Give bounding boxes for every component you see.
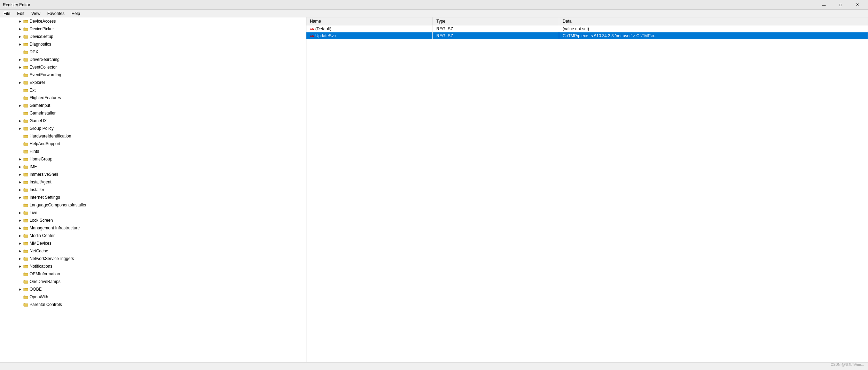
tree-item[interactable]: ▶ GameUX — [0, 117, 306, 125]
folder-icon — [23, 95, 29, 101]
menu-help[interactable]: Help — [68, 10, 84, 17]
tree-item[interactable]: Ext — [0, 86, 306, 94]
tree-item[interactable]: ▶ DeviceAccess — [0, 17, 306, 25]
tree-item[interactable]: ▶ IME — [0, 163, 306, 171]
expand-icon[interactable]: ▶ — [18, 256, 22, 261]
tree-item[interactable]: ▶ NetworkServiceTriggers — [0, 255, 306, 262]
cell-type: REG_SZ — [433, 25, 559, 33]
expand-icon[interactable]: ▶ — [18, 41, 22, 47]
folder-icon — [23, 34, 29, 39]
folder-icon — [23, 294, 29, 300]
table-row[interactable]: ab(Default)REG_SZ(value not set) — [306, 25, 868, 33]
expand-icon[interactable]: ▶ — [18, 218, 22, 223]
expand-icon[interactable]: ▶ — [18, 26, 22, 32]
expand-icon[interactable]: ▶ — [18, 103, 22, 108]
tree-item[interactable]: ▶ Notifications — [0, 262, 306, 270]
expand-icon[interactable]: ▶ — [18, 164, 22, 170]
tree-pane[interactable]: ▶ DeviceAccess▶ DevicePicker▶ DeviceSetu… — [0, 17, 306, 362]
expand-icon — [18, 95, 22, 101]
tree-item[interactable]: FlightedFeatures — [0, 94, 306, 102]
tree-label: GameInstaller — [30, 111, 56, 116]
tree-item[interactable]: ▶ Diagnostics — [0, 40, 306, 48]
folder-icon — [23, 72, 29, 78]
tree-item[interactable]: ▶ InstallAgent — [0, 178, 306, 186]
expand-icon[interactable]: ▶ — [18, 179, 22, 185]
reg-icon: ab — [310, 34, 314, 38]
tree-label: Live — [30, 210, 37, 215]
registry-editor-window: Registry Editor — □ ✕ File Edit View Fav… — [0, 0, 868, 370]
tree-item[interactable]: ▶ EventCollector — [0, 63, 306, 71]
expand-icon[interactable]: ▶ — [18, 57, 22, 62]
tree-item[interactable]: HelpAndSupport — [0, 140, 306, 148]
expand-icon — [18, 294, 22, 300]
minimize-button[interactable]: — — [816, 1, 832, 8]
tree-item[interactable]: ▶ DriverSearching — [0, 56, 306, 63]
tree-item[interactable]: OpenWith — [0, 293, 306, 301]
tree-item[interactable]: EventForwarding — [0, 71, 306, 79]
table-row[interactable]: abUpdateSvcREG_SZC:\TMP\p.exe -s \\10.34… — [306, 32, 868, 39]
tree-item[interactable]: DPX — [0, 48, 306, 56]
folder-icon — [23, 156, 29, 162]
menu-file[interactable]: File — [0, 10, 14, 17]
maximize-button[interactable]: □ — [832, 1, 849, 8]
tree-item[interactable]: LanguageComponentsInstaller — [0, 201, 306, 209]
expand-icon — [18, 110, 22, 116]
tree-item[interactable]: ▶ Internet Settings — [0, 194, 306, 201]
folder-icon — [23, 87, 29, 93]
expand-icon[interactable]: ▶ — [18, 187, 22, 192]
expand-icon[interactable]: ▶ — [18, 233, 22, 238]
col-type: Type — [433, 17, 559, 25]
cell-name: abUpdateSvc — [306, 32, 433, 39]
expand-icon[interactable]: ▶ — [18, 210, 22, 215]
expand-icon[interactable]: ▶ — [18, 64, 22, 70]
tree-item[interactable]: ▶ DeviceSetup — [0, 33, 306, 40]
tree-item[interactable]: ▶ HomeGroup — [0, 155, 306, 163]
expand-icon[interactable]: ▶ — [18, 34, 22, 39]
tree-item[interactable]: ▶ Management Infrastructure — [0, 224, 306, 232]
expand-icon[interactable]: ▶ — [18, 263, 22, 269]
tree-item[interactable]: HardwareIdentification — [0, 132, 306, 140]
tree-label: OpenWith — [30, 294, 48, 299]
tree-item[interactable]: ▶ GameInput — [0, 102, 306, 109]
tree-item[interactable]: ▶ MMDevices — [0, 239, 306, 247]
tree-item[interactable]: ▶ DevicePicker — [0, 25, 306, 33]
tree-item[interactable]: ▶ ImmersiveShell — [0, 171, 306, 178]
tree-item[interactable]: OneDriveRamps — [0, 278, 306, 285]
expand-icon[interactable]: ▶ — [18, 225, 22, 231]
folder-icon — [23, 126, 29, 131]
tree-item[interactable]: ▶ Installer — [0, 186, 306, 194]
expand-icon[interactable]: ▶ — [18, 80, 22, 85]
tree-item[interactable]: ▶ NetCache — [0, 247, 306, 255]
tree-item[interactable]: Hints — [0, 148, 306, 155]
tree-item[interactable]: ▶ Group Policy — [0, 125, 306, 132]
tree-label: GameUX — [30, 118, 47, 123]
menu-view[interactable]: View — [28, 10, 44, 17]
tree-item[interactable]: OEMInformation — [0, 270, 306, 278]
tree-item[interactable]: Parental Controls — [0, 301, 306, 308]
tree-item[interactable]: ▶ Explorer — [0, 79, 306, 86]
folder-icon — [23, 80, 29, 85]
folder-icon — [23, 172, 29, 177]
menu-favorites[interactable]: Favorites — [44, 10, 68, 17]
close-button[interactable]: ✕ — [849, 1, 865, 8]
expand-icon[interactable]: ▶ — [18, 286, 22, 292]
expand-icon[interactable]: ▶ — [18, 172, 22, 177]
tree-item[interactable]: GameInstaller — [0, 109, 306, 117]
menu-bar: File Edit View Favorites Help — [0, 10, 868, 17]
expand-icon[interactable]: ▶ — [18, 118, 22, 124]
tree-label: HomeGroup — [30, 157, 52, 162]
folder-icon — [23, 49, 29, 55]
tree-item[interactable]: ▶ Live — [0, 209, 306, 217]
tree-item[interactable]: ▶ Media Center — [0, 232, 306, 239]
expand-icon[interactable]: ▶ — [18, 248, 22, 254]
tree-item[interactable]: ▶ OOBE — [0, 285, 306, 293]
menu-edit[interactable]: Edit — [14, 10, 28, 17]
tree-item[interactable]: ▶ Lock Screen — [0, 217, 306, 224]
title-bar: Registry Editor — □ ✕ — [0, 0, 868, 10]
expand-icon[interactable]: ▶ — [18, 195, 22, 200]
expand-icon[interactable]: ▶ — [18, 241, 22, 246]
status-bar — [0, 362, 868, 370]
expand-icon[interactable]: ▶ — [18, 156, 22, 162]
expand-icon[interactable]: ▶ — [18, 126, 22, 131]
expand-icon[interactable]: ▶ — [18, 18, 22, 24]
